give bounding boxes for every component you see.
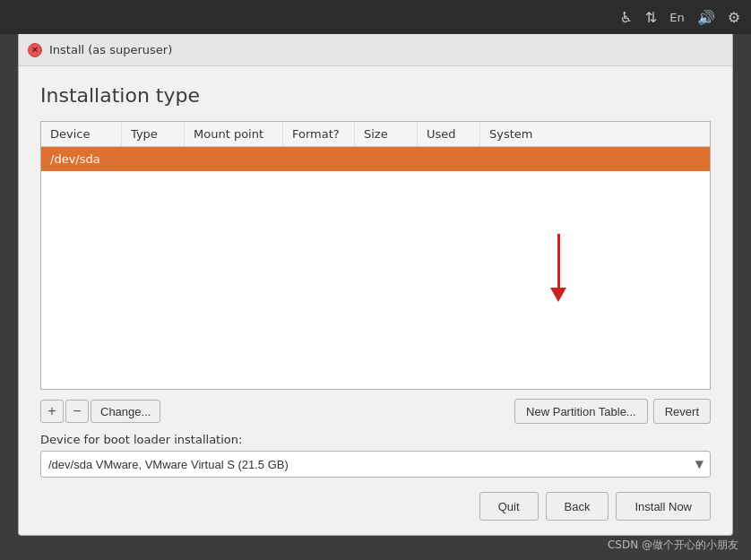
navigation-buttons: Quit Back Install Now (40, 488, 711, 521)
volume-icon[interactable]: 🔊 (697, 9, 715, 26)
language-indicator[interactable]: En (669, 11, 684, 24)
table-header: Device Type Mount point Format? Size Use… (41, 122, 710, 147)
content-area: Installation type Device Type Mount poin… (19, 66, 732, 535)
partition-table-container: Device Type Mount point Format? Size Use… (40, 121, 711, 390)
col-header-used: Used (418, 122, 480, 146)
window-title: Install (as superuser) (49, 43, 172, 56)
main-window: ✕ Install (as superuser) Installation ty… (18, 34, 733, 536)
remove-partition-button[interactable]: − (65, 400, 89, 423)
keyboard-icon[interactable]: ⇅ (645, 9, 657, 26)
red-arrow-indicator (550, 234, 566, 302)
close-button[interactable]: ✕ (28, 43, 42, 57)
right-partition-buttons: New Partition Table... Revert (514, 399, 711, 424)
col-header-format: Format? (283, 122, 355, 146)
cell-size (355, 154, 418, 165)
col-header-size: Size (355, 122, 418, 146)
back-button[interactable]: Back (546, 492, 609, 521)
arrow-head (550, 288, 566, 302)
col-header-type: Type (122, 122, 185, 146)
page-title: Installation type (40, 84, 711, 107)
arrow-line (557, 234, 560, 288)
title-bar: ✕ Install (as superuser) (19, 34, 732, 66)
install-now-button[interactable]: Install Now (616, 492, 711, 521)
quit-button[interactable]: Quit (479, 492, 539, 521)
cell-type (122, 154, 185, 165)
watermark: CSDN @做个开心的小朋友 (608, 538, 738, 553)
partition-controls: + − Change... New Partition Table... Rev… (40, 399, 711, 424)
cell-used (418, 154, 480, 165)
new-partition-table-button[interactable]: New Partition Table... (514, 399, 648, 424)
bootloader-select-wrapper: /dev/sda VMware, VMware Virtual S (21.5 … (40, 451, 711, 478)
settings-icon[interactable]: ⚙ (728, 9, 740, 26)
cell-device: /dev/sda (41, 147, 122, 171)
cell-mount (185, 154, 283, 165)
bootloader-section: Device for boot loader installation: /de… (40, 433, 711, 478)
col-header-system: System (480, 122, 710, 146)
revert-button[interactable]: Revert (653, 399, 711, 424)
add-partition-button[interactable]: + (40, 400, 64, 423)
bootloader-label: Device for boot loader installation: (40, 433, 711, 446)
col-header-mount: Mount point (185, 122, 283, 146)
left-partition-buttons: + − Change... (40, 400, 160, 423)
table-body: /dev/sda (41, 147, 710, 171)
bootloader-select[interactable]: /dev/sda VMware, VMware Virtual S (21.5 … (40, 451, 711, 478)
accessibility-icon[interactable]: ♿ (619, 9, 632, 26)
cell-format (283, 154, 355, 165)
change-partition-button[interactable]: Change... (91, 400, 160, 423)
cell-system (480, 154, 710, 165)
table-row[interactable]: /dev/sda (41, 147, 710, 171)
col-header-device: Device (41, 122, 122, 146)
table-body-area: /dev/sda (41, 147, 710, 389)
top-bar: ♿ ⇅ En 🔊 ⚙ (0, 0, 751, 34)
